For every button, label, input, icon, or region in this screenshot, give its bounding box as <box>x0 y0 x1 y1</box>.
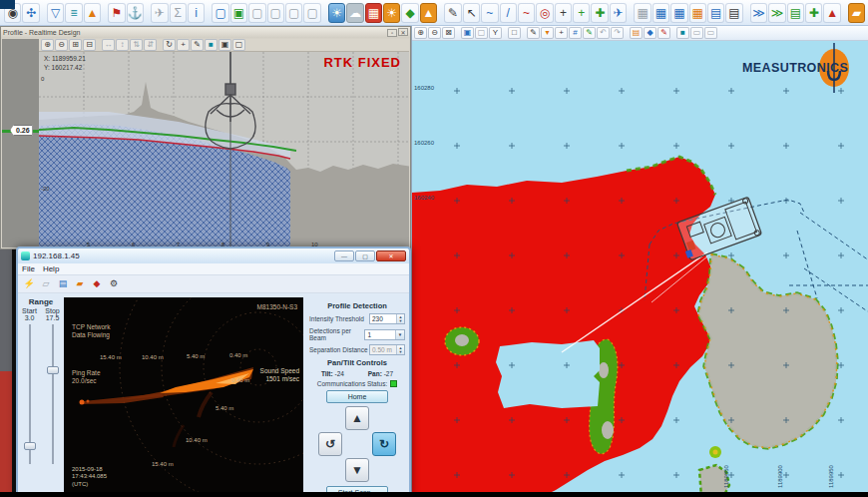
tilt-up-button[interactable]: ▲ <box>345 406 369 430</box>
range-stop-thumb[interactable] <box>47 366 59 374</box>
diver-flag-icon[interactable]: ⚑ <box>108 3 125 23</box>
spline-red-icon[interactable]: ~ <box>518 3 535 23</box>
split-icon[interactable]: Y <box>489 27 502 39</box>
target-add-icon[interactable]: + <box>573 3 590 23</box>
layers-icon[interactable]: ▣ <box>218 39 231 51</box>
export-table-icon[interactable]: ▤ <box>787 3 804 23</box>
maximize-button[interactable]: ▢ <box>355 250 375 261</box>
window-cascade-icon[interactable]: ▢ <box>248 3 265 23</box>
extents-v-icon[interactable]: ↕ <box>116 39 129 51</box>
scale-up-icon[interactable]: ⇅ <box>130 39 143 51</box>
brush-red-icon[interactable]: ✎ <box>657 27 670 39</box>
folder-icon[interactable]: ▭ <box>690 27 703 39</box>
pages-icon[interactable]: ▣ <box>461 27 474 39</box>
window-vertical-icon[interactable]: ▢ <box>303 3 320 23</box>
dozer-icon[interactable]: ▰ <box>848 3 865 23</box>
view-colors-icon[interactable]: ◆ <box>401 3 418 23</box>
home-button[interactable]: Home <box>326 390 388 403</box>
view-cloud-icon[interactable]: ☁ <box>346 3 363 23</box>
settings-wrench-icon[interactable]: ⚙ <box>106 276 122 291</box>
sonar-titlebar[interactable]: 192.168.1.45 —▢✕ <box>18 248 409 263</box>
save-open-icon[interactable]: ▦ <box>652 3 669 23</box>
range-start-slider[interactable] <box>26 324 34 464</box>
refresh-icon[interactable]: ↻ <box>163 39 176 51</box>
ring-red-icon[interactable]: ◎ <box>536 3 553 23</box>
layer-add-icon[interactable]: ▤ <box>630 27 643 39</box>
pan-ccw-button[interactable]: ↺ <box>318 432 342 456</box>
edit-green-icon[interactable]: ✎ <box>583 27 596 39</box>
overlay-icon[interactable]: ■ <box>676 27 689 39</box>
settings-icon[interactable]: ▢ <box>232 39 245 51</box>
open-folder-icon[interactable]: ▱ <box>38 276 54 291</box>
person-add-icon[interactable]: ✚ <box>591 3 608 23</box>
grid-select-icon[interactable]: # <box>569 27 582 39</box>
save-icon[interactable]: ▦ <box>634 3 651 23</box>
capture-icon[interactable]: ◆ <box>89 276 105 291</box>
save-copy-icon[interactable]: ▦ <box>670 3 687 23</box>
file-blue-icon[interactable]: ▤ <box>55 276 71 291</box>
line-blue-icon[interactable]: / <box>500 3 517 23</box>
pen-icon[interactable]: ✎ <box>444 3 461 23</box>
zoom-in-icon[interactable]: ⊕ <box>414 27 427 39</box>
view-mountain-icon[interactable]: ▲ <box>420 3 437 23</box>
info-icon[interactable]: i <box>188 3 205 23</box>
marker-icon[interactable]: ◆ <box>644 27 656 39</box>
window-new-icon[interactable]: ▢ <box>212 3 228 23</box>
scale-down-icon[interactable]: ⇵ <box>144 39 157 51</box>
spline-blue-icon[interactable]: ~ <box>481 3 498 23</box>
equalizer-icon[interactable]: ≡ <box>65 3 82 23</box>
tilt-down-button[interactable]: ▼ <box>345 458 369 482</box>
separation-distance-input[interactable]: 0.50 m▲▼ <box>369 344 405 355</box>
sigma-icon[interactable]: Σ <box>170 3 187 23</box>
window-horizontal-icon[interactable]: ▢ <box>285 3 302 23</box>
add-icon[interactable]: ✚ <box>805 3 822 23</box>
edit-icon[interactable]: ✎ <box>191 39 204 51</box>
close-button[interactable]: ✕ <box>376 250 406 261</box>
export-profile-icon[interactable]: ≫ <box>750 3 767 23</box>
extents-h-icon[interactable]: ↔ <box>102 39 115 51</box>
pin-button[interactable]: ▫ <box>387 29 397 37</box>
cursor-icon[interactable]: ↖ <box>463 3 480 23</box>
target-icon[interactable]: + <box>555 3 572 23</box>
detections-per-beam-select[interactable]: 1▼ <box>364 329 405 340</box>
filter-icon[interactable]: ▽ <box>47 3 64 23</box>
view-horizon-icon[interactable]: ☀ <box>328 3 345 23</box>
range-stop-slider[interactable] <box>49 324 57 464</box>
menu-item[interactable]: Help <box>43 264 59 273</box>
rectangle-icon[interactable]: □ <box>508 27 521 39</box>
pan-cw-button[interactable]: ↻ <box>372 432 396 456</box>
draw-icon[interactable]: ✎ <box>527 27 540 39</box>
pan-icon[interactable]: + <box>177 39 190 51</box>
zoom-out-icon[interactable]: ⊖ <box>55 39 68 51</box>
connect-icon[interactable]: ⚡ <box>21 276 37 291</box>
alarm-icon[interactable]: ▲ <box>84 3 101 23</box>
table-save-icon[interactable]: ▤ <box>707 3 724 23</box>
zoom-extents-icon[interactable]: ⊟ <box>83 39 96 51</box>
pan-icon[interactable]: + <box>555 27 568 39</box>
plane-blue-icon[interactable]: ✈ <box>610 3 627 23</box>
range-start-thumb[interactable] <box>24 442 36 450</box>
triangle-add-icon[interactable]: ▲ <box>823 3 840 23</box>
zoom-window-icon[interactable]: ⊞ <box>69 39 82 51</box>
window-add-icon[interactable]: ▣ <box>230 3 247 23</box>
overlay-icon[interactable]: ■ <box>205 39 217 51</box>
sonar-display[interactable]: M81350-N-S3 TCP NetworkData Flowing Ping… <box>64 297 303 493</box>
save-alert-icon[interactable]: ▦ <box>689 3 706 23</box>
profile-plot[interactable]: RTK FIXED X: 1189959.21 Y: 160217.42 0-2… <box>39 52 409 248</box>
record-folder-icon[interactable]: ▰ <box>72 276 88 291</box>
export-section-icon[interactable]: ≫ <box>768 3 785 23</box>
folder2-icon[interactable]: ▭ <box>704 27 717 39</box>
zoom-select-icon[interactable]: ⊠ <box>442 27 455 39</box>
map-canvas[interactable]: MEASUTRONICS 160280160260160240 11898501… <box>412 41 868 497</box>
copy-icon[interactable]: ▢ <box>475 27 488 39</box>
close-button[interactable]: ✕ <box>398 28 408 36</box>
dredge-icon[interactable]: ⚓ <box>127 3 144 23</box>
window-tile-icon[interactable]: ▢ <box>267 3 284 23</box>
zoom-in-icon[interactable]: ⊕ <box>41 39 54 51</box>
fan-icon[interactable]: ✣ <box>22 3 39 23</box>
plane-gray-icon[interactable]: ✈ <box>151 3 168 23</box>
redo-icon[interactable]: ↷ <box>611 27 624 39</box>
minimize-button[interactable]: — <box>334 250 354 261</box>
undo-icon[interactable]: ↶ <box>597 27 610 39</box>
table-icon[interactable]: ▤ <box>725 3 742 23</box>
